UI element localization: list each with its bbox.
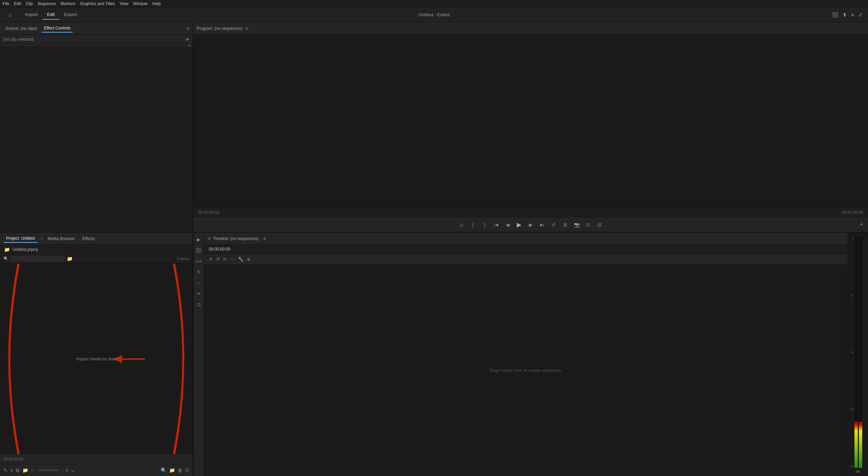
menu-view[interactable]: View	[120, 1, 129, 6]
vtool-razor[interactable]: ✎	[195, 268, 203, 276]
prev-marker-btn[interactable]: ◇	[457, 221, 466, 229]
drop-media-text: Drop media here to create sequence.	[490, 368, 563, 373]
vtool-select[interactable]: ▶	[195, 235, 203, 243]
tab-media-browser[interactable]: Media Browser	[45, 235, 78, 242]
db-0: 0	[849, 237, 854, 240]
meter-bar-right	[859, 237, 862, 468]
main-layout: Source: (no clips) Effect Controls ≡ (no…	[0, 22, 868, 476]
source-clip-bar: (no clip selected) ▶	[0, 35, 193, 44]
tl-tool-4[interactable]: ⋯	[230, 257, 235, 262]
new-item-btn[interactable]: ✎	[3, 468, 7, 473]
go-to-in-btn[interactable]: |◀	[492, 221, 500, 229]
project-tab-close[interactable]: ✕	[40, 237, 43, 240]
nav-edit[interactable]: Edit	[42, 10, 59, 20]
meter-fill-left	[854, 422, 858, 468]
import-area[interactable]: Import media to start	[0, 263, 193, 454]
icon-view-btn[interactable]: ⊞	[16, 468, 20, 473]
timeline-timecode-value: 00:00:00:00	[209, 247, 230, 252]
items-count: 0 Items	[177, 257, 189, 261]
home-button[interactable]: ⌂	[5, 10, 15, 20]
menu-graphics[interactable]: Graphics and Titles	[80, 1, 115, 6]
menu-bar: File Edit Clip Sequence Markers Graphics…	[0, 0, 868, 7]
tl-tool-1[interactable]: ✳	[209, 257, 213, 262]
source-panel-menu-icon[interactable]: ≡	[186, 26, 189, 31]
export-frame-btn[interactable]: 📷	[573, 221, 581, 229]
menu-sequence[interactable]: Sequence	[38, 1, 56, 6]
vtool-pen[interactable]: ✏	[195, 290, 203, 298]
step-out-btn[interactable]: }	[480, 221, 489, 229]
delete-btn[interactable]: 🗑	[178, 468, 182, 473]
settings-btn[interactable]: ⊟	[596, 221, 604, 229]
clip-arrow-icon[interactable]: ▶	[186, 37, 189, 41]
timeline-close-btn[interactable]: ✕	[208, 236, 211, 241]
source-panel-header: Source: (no clips) Effect Controls ≡	[0, 22, 193, 35]
tl-tool-3[interactable]: ⟳	[223, 257, 227, 262]
toolbar-separator	[62, 468, 63, 473]
change-workspace-icon[interactable]: ⬛	[832, 12, 839, 18]
tab-project[interactable]: Project: Untitled	[3, 235, 38, 243]
new-bin-icon[interactable]: 📁	[67, 256, 73, 261]
menu-clip[interactable]: Clip	[26, 1, 33, 6]
rewind-btn[interactable]: ◀	[504, 221, 512, 229]
multi-cam-btn[interactable]: ⊡	[584, 221, 592, 229]
safe-margins-btn[interactable]: ⊞	[561, 221, 569, 229]
nav-import[interactable]: Import	[20, 10, 42, 20]
more-btn[interactable]: ⊡	[185, 468, 189, 473]
tl-tool-6[interactable]: ⊕	[247, 257, 251, 262]
db-36: -36	[849, 408, 854, 411]
top-panels: Source: (no clips) Effect Controls ≡ (no…	[0, 22, 868, 233]
list-view-btn[interactable]: ≡	[10, 468, 13, 473]
menu-file[interactable]: File	[3, 1, 9, 6]
settings-icon[interactable]: ≡	[851, 12, 854, 18]
tl-tool-2[interactable]: ↺	[216, 257, 220, 262]
timeline-header: ✕ Timeline: (no sequences) ≡	[204, 233, 848, 245]
go-to-out-btn[interactable]: ▶|	[538, 221, 546, 229]
sort-icon[interactable]: ⌄	[71, 468, 75, 473]
program-viewer	[193, 35, 868, 207]
share-icon[interactable]: ⬆	[843, 12, 847, 18]
search-icon: 🔍	[3, 256, 8, 261]
play-btn[interactable]: ▶	[515, 221, 523, 229]
tl-tool-5[interactable]: 🔧	[238, 257, 243, 262]
program-controls-bar: ◇ { } |◀ ◀ ▶ ▶ ▶| ↺ ⊞ 📷 ⊡ ⊟ +	[193, 217, 868, 232]
vtool-type[interactable]: ⊡	[195, 300, 203, 309]
vtool-ripple[interactable]: ⟺	[195, 257, 203, 265]
automate-btn[interactable]: ○	[31, 468, 34, 473]
thumbnail-slider[interactable]	[38, 470, 58, 471]
find-btn[interactable]: 🔍	[161, 468, 166, 473]
nav-export[interactable]: Export	[59, 10, 82, 20]
db-48: -48	[849, 464, 854, 468]
freeform-btn[interactable]: 📁	[22, 468, 28, 473]
loop-btn[interactable]: ↺	[550, 221, 558, 229]
step-in-btn[interactable]: {	[469, 221, 477, 229]
project-timecode: 00:00:00:00	[3, 457, 23, 461]
menu-window[interactable]: Window	[133, 1, 148, 6]
folder-icon: 📁	[4, 247, 10, 252]
project-title: Untitled - Edited	[418, 12, 450, 17]
source-panel-content	[0, 47, 193, 232]
timeline-menu-icon[interactable]: ≡	[263, 236, 266, 241]
header-bar: ⌂ Import Edit Export Untitled - Edited ⬛…	[0, 7, 868, 22]
folder-btn[interactable]: 📁	[169, 468, 175, 473]
timeline-timecode: 00:00:00:00	[204, 245, 848, 254]
tab-effect-controls[interactable]: Effect Controls	[42, 24, 72, 33]
program-panel-header: Program: (no sequences) ≡	[193, 22, 868, 35]
tab-source[interactable]: Source: (no clips)	[3, 25, 39, 32]
import-media-text: Import media to start	[76, 356, 116, 361]
timecode-left: 00:00:00:00	[198, 210, 219, 215]
menu-markers[interactable]: Markers	[61, 1, 75, 6]
program-menu-icon[interactable]: ≡	[245, 26, 248, 31]
add-controls-btn[interactable]: +	[860, 221, 863, 228]
meter-scale: 0 -12 -24 -36 -48	[849, 235, 854, 469]
search-input[interactable]	[11, 256, 65, 262]
fwd-btn[interactable]: ▶	[527, 221, 535, 229]
vtool-slip[interactable]: ↔	[195, 279, 203, 287]
panel-menu-btn[interactable]: ≡	[65, 468, 68, 473]
tab-effects[interactable]: Effects	[80, 235, 97, 242]
fullscreen-icon[interactable]: ⤢	[858, 12, 863, 18]
project-toolbar: ✎ ≡ ⊞ 📁 ○ ≡ ⌄ 🔍 📁 🗑 ⊡	[0, 464, 193, 476]
menu-edit[interactable]: Edit	[14, 1, 21, 6]
project-panel-header: Project: Untitled ✕ Media Browser Effect…	[0, 233, 193, 245]
menu-help[interactable]: Help	[152, 1, 161, 6]
vtool-track-select[interactable]: ⬛	[195, 246, 203, 254]
